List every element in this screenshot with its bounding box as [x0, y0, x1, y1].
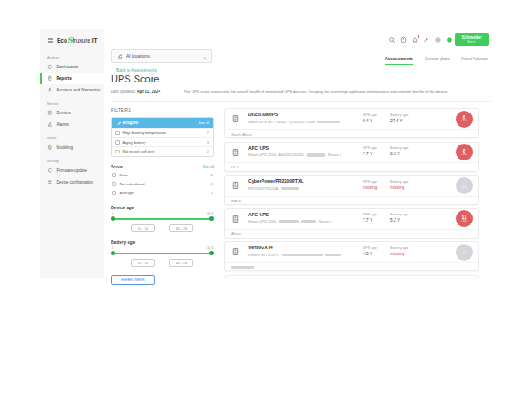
- insights-see-all-link[interactable]: See all: [199, 121, 209, 125]
- sidebar-item-label: Services and Warranties: [57, 88, 101, 92]
- device-card[interactable]: CyberPowerPR2200RTXLPR2200RTXL2UA - UPS …: [224, 175, 479, 205]
- slider-min-max: 054.3: [111, 212, 214, 215]
- sidebar-item-services-and-warranties[interactable]: Services and Warranties: [40, 84, 104, 96]
- range-preset-button[interactable]: 0 - 10: [131, 224, 155, 232]
- device-card-main: Disco10kUPSSmart-UPS SRT 10000 - QS14451…: [225, 109, 478, 129]
- sidebar-item-label: Devices: [57, 111, 71, 115]
- sidebar-item-firmware-update[interactable]: Firmware update: [40, 165, 104, 176]
- device-list: Disco10kUPSSmart-UPS SRT 10000 - QS14451…: [224, 108, 479, 278]
- filter-label: High battery temperature: [123, 130, 167, 135]
- schneider-electric-logo[interactable]: Schneider Electric: [455, 33, 489, 46]
- ups-device-icon: [231, 113, 239, 125]
- filter-count: 2: [211, 191, 213, 195]
- insight-checkbox-no-recent-self-test[interactable]: [115, 150, 120, 154]
- slider-handle-min[interactable]: [111, 216, 115, 221]
- redacted-text: [317, 121, 340, 124]
- score-badge: 6/100: [456, 111, 473, 128]
- back-link-label: Back to Assessments: [116, 68, 157, 73]
- status-dot-button[interactable]: [446, 36, 453, 43]
- range-preset-button[interactable]: 10 - 20: [169, 224, 193, 232]
- ups-age: UPS age4.9 Y: [363, 246, 377, 256]
- cube-icon: [47, 145, 53, 151]
- settings-button[interactable]: [434, 36, 442, 43]
- redacted-text: [282, 254, 323, 257]
- location-filter-label: All locations: [126, 53, 150, 59]
- sidebar-item-reports[interactable]: Reports: [40, 73, 104, 84]
- slider-handle-max[interactable]: [209, 216, 214, 221]
- device-card-partial: [224, 275, 479, 278]
- filter-count: 6: [211, 173, 213, 177]
- sidebar-item-alarms[interactable]: Alarms: [40, 119, 104, 130]
- sidebar-section-label-model: Model: [47, 137, 104, 140]
- ups-age-value: 7.7 Y: [363, 218, 377, 223]
- help-button[interactable]: [400, 36, 407, 43]
- app-logo: EcoStruxure IT: [57, 35, 98, 44]
- device-model: Liebert GXT4 UPS - -: [248, 253, 341, 257]
- sidebar-item-devices[interactable]: Devices: [40, 107, 104, 119]
- chevron-left-icon: [111, 68, 115, 73]
- search-button[interactable]: [388, 36, 395, 43]
- sidebar-item-dashboards[interactable]: Dashboards: [40, 61, 104, 73]
- slider-handle-max[interactable]: [209, 251, 214, 255]
- settings-icon: [434, 36, 442, 43]
- tab-sensor-plots[interactable]: Sensor plots: [425, 56, 450, 65]
- tab-asset-advisor[interactable]: Asset Advisor: [461, 56, 488, 65]
- score-see-all-link[interactable]: See all: [203, 164, 214, 168]
- device-name: APC UPS: [248, 212, 269, 217]
- notifications-button[interactable]: [411, 36, 419, 43]
- status-dot-icon: [446, 36, 453, 43]
- device-card-main: VertivGXT4Liebert GXT4 UPS - - UPS age4.…: [225, 242, 478, 262]
- sidebar-item-modeling[interactable]: Modeling: [40, 142, 104, 153]
- search-icon: [388, 36, 395, 43]
- age-filter-title: Device age: [111, 205, 214, 210]
- range-preset-button[interactable]: 0 - 10: [131, 259, 155, 267]
- battery-age: Battery agemissing: [390, 246, 408, 256]
- age-filter-title: Battery age: [111, 239, 214, 245]
- slider-min-label: 0: [112, 246, 113, 250]
- device-card[interactable]: VertivGXT4Liebert GXT4 UPS - - UPS age4.…: [224, 241, 479, 271]
- help-icon: [400, 36, 407, 43]
- sidebar-item-device-configuration[interactable]: Device configuration: [40, 176, 104, 188]
- score-badge: -/100: [456, 244, 473, 261]
- sidebar-item-label: Reports: [57, 76, 72, 81]
- device-name: VertivGXT4: [248, 245, 273, 250]
- device-model: Smart-UPS SRT 10000 - QS1445172406 -: [248, 120, 340, 124]
- insight-checkbox-aging-battery[interactable]: [115, 140, 120, 145]
- sidebar-nav: AnalyzeDashboardsReportsServices and War…: [40, 56, 104, 188]
- redacted-text: [301, 220, 316, 223]
- range-preset-row: 0 - 1010 - 20: [111, 259, 214, 267]
- score-checkbox-not-calculated[interactable]: [112, 182, 116, 186]
- score-checkbox-average[interactable]: [112, 191, 116, 195]
- location-filter-dropdown[interactable]: All locations: [111, 49, 212, 63]
- device-card[interactable]: APC UPSSmart-UPS 2200 - AS1335230280 - -…: [224, 142, 479, 172]
- filter-count: 2: [207, 149, 209, 153]
- reset-filters-button[interactable]: Reset filters: [111, 275, 155, 285]
- device-card[interactable]: APC UPSSmart-UPS 2200 - - - Server 2UPS …: [224, 208, 479, 239]
- share-icon: [423, 36, 430, 43]
- share-button[interactable]: [423, 36, 430, 43]
- battery-age: Battery age5.2 Y: [390, 212, 408, 223]
- filters-header: FILTERS: [111, 107, 214, 113]
- filter-label: Average: [120, 191, 134, 195]
- filter-row-average: Average2: [111, 189, 214, 198]
- insight-checkbox-high-battery-temperature[interactable]: [115, 131, 120, 136]
- score-checkbox-poor[interactable]: [112, 173, 116, 177]
- battery-age: Battery age0.3 Y: [390, 145, 408, 156]
- redacted-text: [281, 187, 299, 191]
- device-model: Smart-UPS 2200 - - - Server 2: [248, 219, 332, 223]
- filter-group-device-age: Device age054.30 - 1010 - 20: [111, 205, 214, 232]
- device-card[interactable]: Disco10kUPSSmart-UPS SRT 10000 - QS14451…: [224, 108, 479, 138]
- tab-assessments[interactable]: Assessments: [385, 56, 413, 65]
- hamburger-menu-icon[interactable]: [46, 36, 53, 43]
- range-preset-button[interactable]: 10 - 20: [169, 259, 193, 267]
- ups-age-label: UPS age: [363, 113, 377, 117]
- back-to-assessments-link[interactable]: Back to Assessments: [111, 68, 157, 73]
- page-title: UPS Score: [111, 74, 159, 84]
- last-updated-date: Apr 11, 2024: [137, 90, 160, 94]
- device-location: Africa: [225, 229, 478, 238]
- slider-handle-min[interactable]: [111, 251, 115, 255]
- score-max: /100: [462, 220, 467, 223]
- ups-age-value: 4.9 Y: [363, 252, 377, 256]
- device-card-main: APC UPSSmart-UPS 2200 - - - Server 2UPS …: [225, 209, 478, 230]
- device-name: APC UPS: [248, 145, 269, 151]
